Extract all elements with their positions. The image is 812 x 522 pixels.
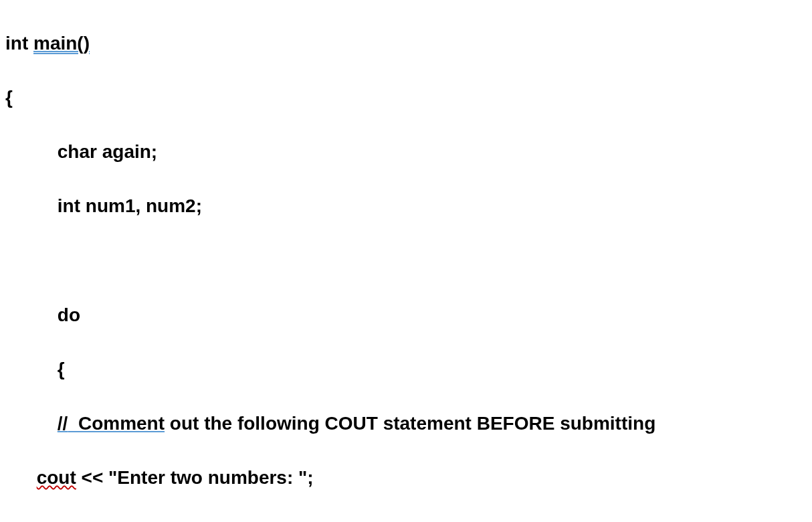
kw-do: do [58,304,80,325]
line-1: int main() [5,30,807,58]
blank-2 [5,519,807,522]
fn-main: main() [33,33,90,54]
cout-1: cout [37,467,76,488]
brace-open-inner: { [58,359,65,379]
brace-open: { [5,87,13,108]
cout-rest: << "Enter two numbers: "; [76,467,314,488]
decl-char: char again; [58,141,157,162]
comment-word: Comment [68,413,165,434]
comment-slash: // [58,413,68,434]
line-8: cout << "Enter two numbers: "; [5,464,807,492]
line-3: char again; [5,139,807,166]
line-2: { [5,84,807,112]
decl-int: int num1, num2; [58,195,202,216]
line-4: int num1, num2; [5,193,807,220]
comment-rest: out the following COUT statement BEFORE … [165,413,655,434]
line-6: { [5,356,807,383]
kw-int: int [5,33,33,54]
line-5: do [5,302,807,329]
line-7: // Comment out the following COUT statem… [5,410,807,438]
blank-1 [5,247,807,274]
code-block: int main() { char again; int num1, num2;… [5,3,807,522]
